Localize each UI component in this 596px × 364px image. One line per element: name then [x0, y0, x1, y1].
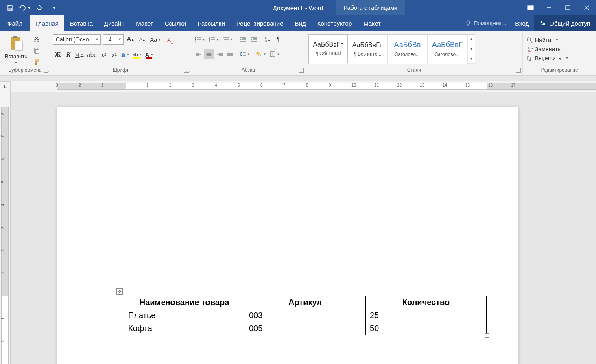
table-cell[interactable]: 005: [245, 322, 366, 335]
shrink-font-button[interactable]: A▲: [137, 34, 147, 45]
highlight-button[interactable]: ab▼: [131, 49, 143, 60]
style-normal[interactable]: АаБбВвГг,¶ Обычный: [308, 34, 348, 63]
tell-me-search[interactable]: Помощник...: [461, 15, 510, 31]
style-heading1[interactable]: АаБбВвЗаголово...: [388, 35, 428, 64]
document-area[interactable]: Наименование товара Артикул Количество П…: [11, 92, 596, 364]
style-heading2[interactable]: АаБбВвГЗаголово...: [428, 35, 467, 64]
styles-dialog-launcher[interactable]: [516, 68, 521, 73]
sign-in-button[interactable]: Вход: [510, 15, 534, 31]
tab-review[interactable]: Рецензирование: [231, 15, 289, 31]
table-resize-handle[interactable]: [485, 333, 489, 338]
table-move-handle[interactable]: [116, 288, 123, 295]
tab-insert[interactable]: Вставка: [64, 15, 98, 31]
table-cell[interactable]: 25: [366, 309, 487, 322]
tab-file[interactable]: Файл: [0, 15, 30, 31]
cut-button[interactable]: [31, 34, 42, 44]
font-color-button[interactable]: A▼: [144, 49, 155, 60]
line-spacing-button[interactable]: ▼: [238, 49, 251, 59]
table-header-row[interactable]: Наименование товара Артикул Количество: [124, 296, 487, 309]
paragraph-dialog-launcher[interactable]: [299, 68, 304, 73]
bullets-button[interactable]: ▼: [194, 34, 207, 45]
table-header-cell[interactable]: Наименование товара: [124, 296, 245, 309]
table-header-cell[interactable]: Артикул: [245, 296, 366, 309]
share-button[interactable]: Общий доступ: [534, 15, 596, 31]
svg-rect-21: [35, 59, 38, 61]
increase-indent-button[interactable]: [249, 34, 259, 45]
svg-rect-20: [35, 49, 39, 54]
minimize-button[interactable]: [540, 0, 559, 15]
styles-gallery-more[interactable]: ▲▼▾: [467, 35, 475, 64]
select-button[interactable]: Выделить▼: [527, 55, 569, 61]
svg-line-17: [35, 37, 39, 40]
save-button[interactable]: [4, 2, 16, 13]
table-cell[interactable]: Кофта: [124, 322, 245, 335]
svg-point-27: [195, 41, 196, 42]
borders-button[interactable]: ▼: [269, 49, 282, 59]
tab-mailings[interactable]: Рассылки: [192, 15, 230, 31]
find-button[interactable]: Найти▼: [527, 37, 569, 44]
tab-view[interactable]: Вид: [289, 15, 312, 31]
document-table[interactable]: Наименование товара Артикул Количество П…: [124, 296, 487, 335]
tab-layout[interactable]: Макет: [130, 15, 159, 31]
grow-font-button[interactable]: A▲: [125, 34, 135, 45]
bold-button[interactable]: Ж: [53, 49, 63, 60]
change-case-button[interactable]: Aa▼: [148, 34, 162, 45]
font-size-combo[interactable]: 14▼: [103, 34, 124, 45]
superscript-button[interactable]: x2: [109, 49, 119, 60]
replace-button[interactable]: abacЗаменить: [527, 46, 569, 52]
table-cell[interactable]: Платье: [124, 309, 245, 322]
svg-point-11: [543, 23, 545, 25]
replace-icon: abac: [527, 46, 533, 52]
tab-home[interactable]: Главная: [30, 15, 64, 31]
tab-table-design[interactable]: Конструктор: [312, 15, 358, 31]
group-font: Calibri (Осно▼ 14▼ A▲ A▲ Aa▼ A Ж К Ч▼ ab…: [50, 31, 191, 75]
redo-button[interactable]: [33, 2, 46, 13]
sort-button[interactable]: AЯ: [263, 34, 273, 45]
horizontal-ruler[interactable]: 3211234567891011121314151617: [11, 81, 596, 92]
text-effects-button[interactable]: A▼: [120, 49, 131, 60]
align-left-button[interactable]: [194, 49, 203, 59]
decrease-indent-button[interactable]: [238, 34, 248, 45]
numbering-button[interactable]: 123▼: [207, 34, 220, 45]
clear-formatting-button[interactable]: A: [164, 34, 174, 45]
paste-button[interactable]: Вставить ▼: [2, 34, 30, 66]
tab-selector[interactable]: L: [0, 81, 11, 92]
italic-button[interactable]: К: [63, 49, 73, 60]
format-painter-button[interactable]: [31, 57, 42, 67]
font-name-combo[interactable]: Calibri (Осно▼: [53, 34, 101, 45]
page[interactable]: Наименование товара Артикул Количество П…: [57, 107, 518, 364]
svg-rect-14: [15, 41, 22, 51]
align-center-button[interactable]: [204, 49, 214, 59]
table-cell[interactable]: 50: [366, 322, 487, 335]
table-cell[interactable]: 003: [245, 309, 366, 322]
show-marks-button[interactable]: ¶: [273, 34, 283, 45]
vertical-ruler[interactable]: 8765432112: [0, 92, 11, 364]
qat-customize-button[interactable]: ▼: [48, 2, 60, 13]
table-row[interactable]: Платье 003 25: [124, 309, 487, 322]
share-label: Общий доступ: [549, 20, 590, 27]
tab-design[interactable]: Дизайн: [98, 15, 130, 31]
align-right-button[interactable]: [215, 49, 225, 59]
table-header-cell[interactable]: Количество: [366, 296, 487, 309]
group-label-font: Шрифт: [50, 67, 191, 75]
tab-table-layout[interactable]: Макет: [358, 15, 386, 31]
font-dialog-launcher[interactable]: [184, 68, 189, 73]
window-title: Документ1 - Word: [0, 4, 596, 11]
subscript-button[interactable]: x2: [99, 49, 109, 60]
shading-button[interactable]: ▼: [255, 49, 268, 59]
underline-button[interactable]: Ч▼: [74, 49, 85, 60]
justify-button[interactable]: [225, 49, 235, 59]
copy-button[interactable]: [31, 45, 42, 56]
multilevel-list-button[interactable]: ▼: [221, 34, 234, 45]
undo-button[interactable]: ▼: [19, 2, 31, 13]
search-icon: [527, 37, 533, 43]
maximize-button[interactable]: [559, 0, 577, 15]
style-no-spacing[interactable]: АаБбВвГг,¶ Без инте...: [348, 35, 388, 64]
clipboard-dialog-launcher[interactable]: [44, 68, 48, 73]
table-row[interactable]: Кофта 005 50: [124, 322, 487, 335]
close-button[interactable]: [577, 0, 596, 15]
strikethrough-button[interactable]: abc: [85, 49, 98, 60]
group-label-clipboard: Буфер обмена: [0, 67, 50, 75]
ribbon-display-options-button[interactable]: [521, 0, 540, 15]
tab-references[interactable]: Ссылки: [159, 15, 192, 31]
